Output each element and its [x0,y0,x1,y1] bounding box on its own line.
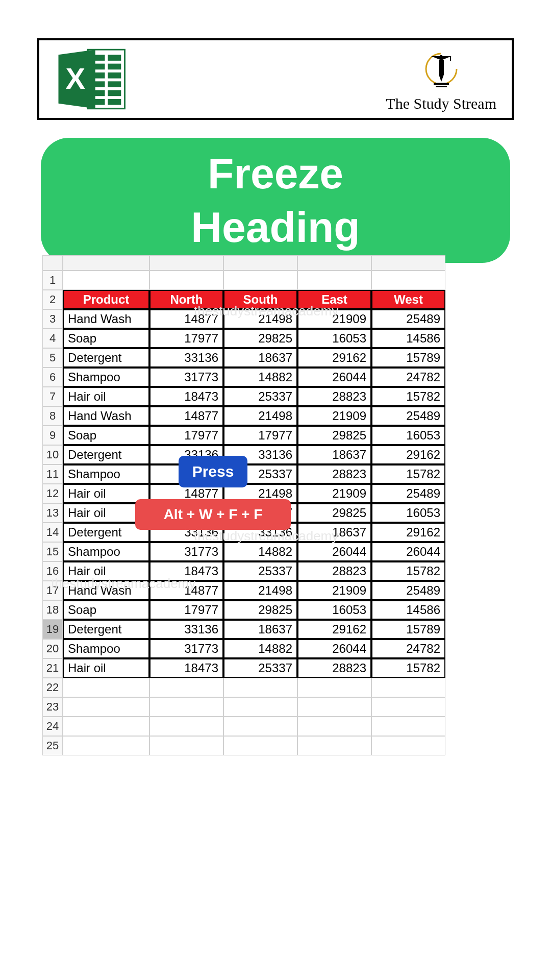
cell[interactable]: 31773 [149,639,223,658]
cell[interactable]: 29825 [223,329,297,348]
row-number[interactable]: 20 [42,639,63,658]
cell[interactable]: 14877 [149,309,223,329]
cell[interactable]: Product [63,290,149,309]
row-number[interactable]: 5 [42,348,63,368]
cell[interactable]: 14882 [223,368,297,387]
cell[interactable]: 25337 [223,658,297,678]
cell[interactable]: 18473 [149,561,223,581]
cell[interactable]: 26044 [297,368,371,387]
cell[interactable] [371,736,445,755]
col-header-e[interactable] [371,255,445,271]
cell[interactable]: 28823 [297,658,371,678]
cell[interactable]: 25489 [371,309,445,329]
cell[interactable] [371,678,445,697]
cell[interactable]: Shampoo [63,464,149,484]
cell[interactable]: 33136 [149,348,223,368]
row-number[interactable]: 15 [42,542,63,561]
cell[interactable]: Hair oil [63,658,149,678]
row-number[interactable]: 23 [42,697,63,717]
cell[interactable]: North [149,290,223,309]
row-number[interactable]: 3 [42,309,63,329]
row-number[interactable]: 24 [42,717,63,736]
cell[interactable]: 25489 [371,581,445,600]
cell[interactable]: Hair oil [63,561,149,581]
cell[interactable]: 15782 [371,464,445,484]
row-number[interactable]: 17 [42,581,63,600]
cell[interactable]: Hand Wash [63,309,149,329]
cell[interactable]: 16053 [297,329,371,348]
cell[interactable]: 16053 [371,503,445,523]
row-number[interactable]: 16 [42,561,63,581]
cell[interactable]: East [297,290,371,309]
cell[interactable]: 14586 [371,329,445,348]
cell[interactable]: Shampoo [63,368,149,387]
cell[interactable]: 16053 [371,426,445,445]
row-number[interactable]: 2 [42,290,63,309]
cell[interactable] [371,717,445,736]
cell[interactable]: 25337 [223,561,297,581]
cell[interactable] [149,678,223,697]
cell[interactable]: Hair oil [63,387,149,406]
cell[interactable]: 15782 [371,658,445,678]
cell[interactable]: 14586 [371,600,445,620]
cell[interactable]: 28823 [297,561,371,581]
cell[interactable] [149,717,223,736]
select-all-corner[interactable] [42,255,63,271]
cell[interactable]: 21909 [297,581,371,600]
cell[interactable] [149,697,223,717]
cell[interactable]: 14882 [223,639,297,658]
cell[interactable] [63,697,149,717]
row-number[interactable]: 11 [42,464,63,484]
cell[interactable]: 25489 [371,406,445,426]
cell[interactable]: Soap [63,600,149,620]
row-number[interactable]: 22 [42,678,63,697]
cell[interactable]: 25489 [371,484,445,503]
cell[interactable]: 26044 [297,639,371,658]
cell[interactable]: 26044 [371,542,445,561]
cell[interactable]: West [371,290,445,309]
cell[interactable]: 29825 [297,503,371,523]
row-number[interactable]: 7 [42,387,63,406]
cell[interactable]: 15782 [371,387,445,406]
cell[interactable]: 17977 [149,426,223,445]
cell[interactable]: Detergent [63,620,149,639]
cell[interactable]: 18637 [297,445,371,464]
cell[interactable]: 18637 [223,348,297,368]
cell[interactable]: 17977 [223,426,297,445]
cell[interactable]: 14877 [149,406,223,426]
cell[interactable] [371,697,445,717]
cell[interactable] [149,271,223,290]
cell[interactable] [223,678,297,697]
col-header-c[interactable] [223,255,297,271]
cell[interactable]: 18637 [223,620,297,639]
cell[interactable]: 29162 [371,445,445,464]
cell[interactable] [297,678,371,697]
cell[interactable]: 18637 [297,523,371,542]
cell[interactable]: 28823 [297,464,371,484]
cell[interactable]: 26044 [297,542,371,561]
cell[interactable]: 29162 [297,620,371,639]
cell[interactable]: 15789 [371,348,445,368]
cell[interactable] [149,736,223,755]
cell[interactable] [223,271,297,290]
cell[interactable]: 28823 [297,387,371,406]
cell[interactable] [297,697,371,717]
cell[interactable]: 17977 [149,329,223,348]
cell[interactable]: Soap [63,426,149,445]
cell[interactable]: South [223,290,297,309]
row-number[interactable]: 14 [42,523,63,542]
cell[interactable] [297,271,371,290]
cell[interactable] [223,717,297,736]
cell[interactable] [63,717,149,736]
cell[interactable]: Soap [63,329,149,348]
cell[interactable]: 21498 [223,581,297,600]
row-number[interactable]: 1 [42,271,63,290]
row-number[interactable]: 12 [42,484,63,503]
cell[interactable] [63,678,149,697]
cell[interactable]: Detergent [63,348,149,368]
cell[interactable]: 29162 [297,348,371,368]
row-number[interactable]: 6 [42,368,63,387]
cell[interactable]: 24782 [371,368,445,387]
row-number[interactable]: 9 [42,426,63,445]
cell[interactable] [63,271,149,290]
